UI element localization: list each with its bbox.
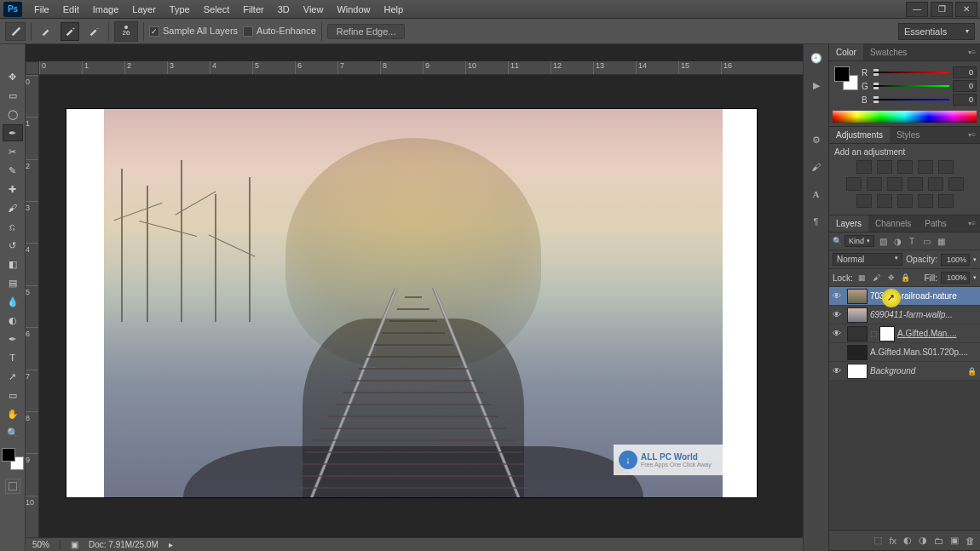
blend-mode-select[interactable]: Normal <box>833 253 902 266</box>
menu-edit[interactable]: Edit <box>56 0 86 19</box>
layer-filter-kind[interactable]: Kind <box>845 235 874 247</box>
minimize-button[interactable]: — <box>906 2 928 17</box>
delete-layer-icon[interactable]: 🗑 <box>966 536 975 546</box>
layer-effects-icon[interactable]: fx <box>889 536 896 546</box>
pen-tool[interactable]: ✒ <box>3 330 23 347</box>
move-tool[interactable]: ✥ <box>3 68 23 85</box>
new-fill-adj-icon[interactable]: ◑ <box>919 535 927 546</box>
menu-help[interactable]: Help <box>378 0 411 19</box>
green-value[interactable]: 0 <box>953 80 977 92</box>
status-preview-icon[interactable]: ▣ <box>71 540 78 549</box>
gradientmap-adj-icon[interactable] <box>918 194 933 208</box>
colorbalance-adj-icon[interactable] <box>867 177 882 191</box>
subtract-selection-button[interactable]: − <box>84 22 103 41</box>
layer-name[interactable]: A.Gifted.Man.... <box>897 329 977 338</box>
lasso-tool[interactable]: ◯ <box>3 106 23 123</box>
lock-pixels-icon[interactable]: 🖌 <box>871 272 883 284</box>
brush-preset-picker[interactable]: 26 <box>114 21 138 42</box>
curves-adj-icon[interactable] <box>897 160 913 174</box>
layer-row[interactable]: 👁6990411-farm-wallp... <box>829 306 980 324</box>
close-button[interactable]: ✕ <box>955 2 977 17</box>
eraser-tool[interactable]: ◧ <box>3 255 23 273</box>
menu-image[interactable]: Image <box>86 0 126 19</box>
add-selection-button[interactable]: + <box>61 22 79 41</box>
exposure-adj-icon[interactable] <box>918 160 933 174</box>
lock-all-icon[interactable]: 🔒 <box>900 272 912 284</box>
horizontal-ruler[interactable]: 012345678910111213141516 <box>39 61 803 75</box>
status-flyout-icon[interactable]: ▸ <box>169 540 173 549</box>
filter-smart-icon[interactable]: ▦ <box>935 235 947 247</box>
auto-enhance-checkbox[interactable]: Auto-Enhance <box>243 26 316 37</box>
document-size[interactable]: Doc: 7.91M/25.0M <box>89 540 159 549</box>
layer-thumbnail[interactable] <box>847 326 868 342</box>
red-slider[interactable] <box>873 69 949 76</box>
zoom-tool[interactable]: 🔍 <box>3 424 23 441</box>
brush-tool[interactable]: 🖌 <box>3 199 23 216</box>
layer-row[interactable]: A.Gifted.Man.S01.720p.... <box>829 343 980 362</box>
actions-panel-icon[interactable]: ▶ <box>808 77 825 94</box>
zoom-level[interactable]: 50% <box>32 540 49 549</box>
menu-type[interactable]: Type <box>163 0 197 19</box>
menu-window[interactable]: Window <box>330 0 377 19</box>
history-brush-tool[interactable]: ↺ <box>3 237 23 254</box>
layer-row[interactable]: 👁⬚A.Gifted.Man.... <box>829 324 980 343</box>
channelmixer-adj-icon[interactable] <box>928 177 943 191</box>
visibility-toggle[interactable]: 👁 <box>829 366 845 376</box>
photofilter-adj-icon[interactable] <box>908 177 923 191</box>
layer-row[interactable]: 👁Background🔒 <box>829 362 980 381</box>
gradient-tool[interactable]: ▤ <box>3 274 23 291</box>
blur-tool[interactable]: 💧 <box>3 293 23 310</box>
layer-name[interactable]: Background <box>870 366 967 376</box>
new-layer-icon[interactable]: ▣ <box>950 535 959 546</box>
green-slider[interactable] <box>873 83 949 89</box>
color-spectrum[interactable] <box>833 111 977 123</box>
new-group-icon[interactable]: 🗀 <box>934 536 943 546</box>
document-canvas[interactable]: ALL PC World Free Apps One Click Away <box>66 109 757 497</box>
invert-adj-icon[interactable] <box>856 194 872 208</box>
brushes-panel-icon[interactable]: 🖌 <box>808 158 825 175</box>
healing-tool[interactable]: ✚ <box>3 181 23 198</box>
path-tool[interactable]: ↗ <box>3 368 23 385</box>
layer-mask-thumbnail[interactable] <box>879 326 895 342</box>
hand-tool[interactable]: ✋ <box>3 405 23 422</box>
tab-color[interactable]: Color <box>829 44 863 60</box>
menu-3d[interactable]: 3D <box>271 0 297 19</box>
levels-adj-icon[interactable] <box>877 160 892 174</box>
visibility-toggle[interactable]: 👁 <box>829 329 845 338</box>
layer-thumbnail[interactable] <box>847 307 868 323</box>
menu-file[interactable]: File <box>27 0 56 19</box>
menu-filter[interactable]: Filter <box>236 0 270 19</box>
stamp-tool[interactable]: ⎌ <box>3 218 23 235</box>
crop-tool[interactable]: ✂ <box>3 143 23 160</box>
filter-adjustment-icon[interactable]: ◑ <box>891 235 903 247</box>
color-panel-menu-icon[interactable]: ▾≡ <box>964 44 980 60</box>
tab-swatches[interactable]: Swatches <box>863 44 914 60</box>
layer-name[interactable]: A.Gifted.Man.S01.720p.... <box>870 347 977 357</box>
threshold-adj-icon[interactable] <box>897 194 913 208</box>
hue-adj-icon[interactable] <box>846 177 862 191</box>
filter-pixel-icon[interactable]: ▧ <box>877 235 889 247</box>
posterize-adj-icon[interactable] <box>877 194 892 208</box>
layers-panel-menu-icon[interactable]: ▾≡ <box>964 215 980 232</box>
menu-view[interactable]: View <box>297 0 331 19</box>
red-value[interactable]: 0 <box>953 66 977 78</box>
tab-adjustments[interactable]: Adjustments <box>829 127 890 143</box>
foreground-background-colors[interactable] <box>2 448 24 470</box>
fill-input[interactable]: 100% <box>941 272 970 284</box>
quick-mask-toggle[interactable] <box>5 479 20 494</box>
eyedropper-tool[interactable]: ✎ <box>3 162 23 179</box>
layer-row[interactable]: 👁703992-railroad-nature <box>829 287 980 306</box>
visibility-toggle[interactable]: 👁 <box>829 291 845 301</box>
new-selection-button[interactable] <box>37 22 55 41</box>
vertical-ruler[interactable]: 012345678910 <box>26 75 39 537</box>
filter-type-icon[interactable]: T <box>906 235 918 247</box>
layer-name[interactable]: 6990411-farm-wallp... <box>870 310 977 319</box>
character-panel-icon[interactable]: A <box>808 186 825 203</box>
paragraph-panel-icon[interactable]: ¶ <box>808 213 825 230</box>
colorlookup-adj-icon[interactable] <box>948 177 964 191</box>
ruler-origin[interactable] <box>26 61 39 75</box>
layer-name[interactable]: 703992-railroad-nature <box>870 291 977 301</box>
adjustments-panel-menu-icon[interactable]: ▾≡ <box>964 127 980 143</box>
link-layers-icon[interactable]: ⬚ <box>873 535 882 546</box>
tab-styles[interactable]: Styles <box>890 127 926 143</box>
